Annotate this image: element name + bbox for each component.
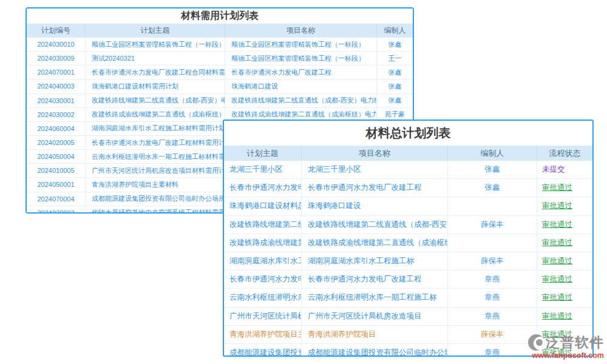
fanpu-logo-icon (528, 334, 544, 351)
table-cell: 广州市天河区统计局机房改... (224, 308, 302, 325)
table-cell: 2024010005 (27, 164, 86, 177)
table-header-row: 计划编号计划主题项目名称编制人 (27, 24, 413, 38)
table-cell: 成都能源建设集团投资有限公司临时办公场所装修改造工程EPC... (86, 192, 225, 206)
column-header: 编制人 (448, 146, 537, 161)
status-link[interactable]: 审批通过 (537, 179, 592, 197)
table-row[interactable]: 珠海鹤港口建设材料总计划珠海鹤港口建设审批通过 (224, 197, 592, 215)
table-cell: 龙湖三千里小区 (224, 161, 302, 178)
table-cell: 2024030010 (27, 38, 86, 51)
table-cell: 华软大厦研究基地中央空调系统工程材料需用计划 (86, 206, 225, 212)
watermark-brand-name: 泛普软件 (546, 335, 604, 349)
table-cell: 长春市伊通河水力发电厂改建工程 (302, 271, 448, 288)
table-cell: 张鑫 (377, 94, 413, 107)
column-header: 项目名称 (302, 146, 448, 161)
table-cell: 改建铁路线增建第二线直通线（成都-西安）电力线路迁改工程 (225, 94, 377, 107)
table-cell: 长春市伊通河水力发电厂改建工程 (302, 179, 448, 197)
table-cell: 2024030003 (27, 206, 86, 212)
table-cell: 广州市天河区统计局机房改造项目 (302, 308, 448, 325)
table-cell: 顺德工业园区档案管理精装饰工程（一标段）材料预算情况 (86, 38, 225, 51)
status-link[interactable]: 审批通过 (537, 271, 592, 288)
table-row[interactable]: 湖南洞庭湖水库引水工程施...湖南洞庭湖水库引水工程施工标薛保丰审批通过 (224, 252, 592, 271)
table-cell: 改建铁路成渝线增建第二直通线（成渝枢纽... (302, 234, 448, 252)
table-cell: 薛保丰 (448, 216, 537, 234)
material-total-plan-table: 材料总计划列表 计划主题项目名称编制人流程状态 龙湖三千里小区龙湖三千里小区张鑫… (223, 120, 594, 357)
status-link[interactable]: 审批通过 (537, 197, 592, 215)
status-link[interactable]: 审批通过 (537, 234, 592, 252)
table-cell: 2024060004 (27, 122, 86, 135)
table-cell: 王一 (377, 52, 413, 65)
table-row[interactable]: 2024030010顺德工业园区档案管理精装饰工程（一标段）材料预算情况顺德工业… (27, 38, 413, 52)
table-title: 材料总计划列表 (224, 121, 592, 146)
table-cell: 长春市伊通河水力发电厂改建工程合同材料需用计划二阶段 (86, 66, 225, 79)
table-cell: 2024070004 (27, 192, 86, 206)
table-cell: 广州市天河区统计局机房改造项目材料需用计划 (86, 164, 225, 177)
table-cell: 青海洪湖养护院项目主要材料 (224, 326, 302, 343)
table-cell: 云南水利枢纽潜明水库一期工程施工标材料需用计划 (86, 150, 225, 163)
column-header: 计划主题 (224, 146, 302, 161)
table-cell: 改建铁路线增建第二线直通线（成都-西安）电力线路迁改工程... (86, 94, 225, 107)
table-cell: 长春市伊通河水力发电厂改... (224, 271, 302, 288)
table-cell: 青海洪湖养护院项目主要材料 (86, 178, 225, 191)
table-row[interactable]: 长春市伊通河水力发电厂改...长春市伊通河水力发电厂改建工程章燕审批通过 (224, 271, 592, 289)
table-cell: 2024030002 (27, 108, 86, 121)
table-cell: 改建铁路线增建第二线直通... (224, 216, 302, 234)
table-cell: 张鑫 (448, 179, 537, 197)
table-cell: 薛保丰 (448, 252, 537, 270)
status-link[interactable]: 审批通过 (537, 216, 592, 234)
table-cell: 珠海鹤港口建设 (302, 197, 448, 215)
table-cell: 章燕 (448, 271, 537, 288)
table-cell: 2024030009 (27, 52, 86, 65)
table-cell: 2024050004 (27, 150, 86, 163)
status-link[interactable]: 审批通过 (537, 289, 592, 306)
table-row[interactable]: 长春市伊通河水力发电厂改...长春市伊通河水力发电厂改建工程张鑫审批通过 (224, 179, 592, 197)
table-cell: 2024050001 (27, 178, 86, 191)
table-cell: 顺德工业园区档案管理精装饰工程（一标段） (225, 52, 377, 65)
table-cell: 张鑫 (377, 38, 413, 51)
table-cell: 改建铁路成渝线增建第二直... (224, 234, 302, 252)
status-link[interactable]: 审批通过 (537, 308, 592, 325)
column-header: 编制人 (377, 24, 413, 38)
table-cell: 成都能源建设集团投资有限... (224, 344, 302, 356)
table-cell: 成都能源建设集团投资有限公司临时办公场... (302, 344, 448, 356)
table-cell: 测试20240321 (86, 52, 225, 65)
table-title: 材料需用计划列表 (27, 8, 413, 24)
table-row[interactable]: 2024070001长春市伊通河水力发电厂改建工程合同材料需用计划二阶段长春市伊… (27, 66, 413, 79)
table-row[interactable]: 改建铁路成渝线增建第二直...改建铁路成渝线增建第二直通线（成渝枢纽...审批通… (224, 234, 592, 252)
status-link[interactable]: 审批通过 (537, 252, 592, 270)
table-cell: 云南水利枢纽潜明水库一期工程施工标 (302, 289, 448, 306)
table-cell: 珠海鹤港口建设 (225, 79, 377, 93)
table-body: 龙湖三千里小区龙湖三千里小区张鑫未提交长春市伊通河水力发电厂改...长春市伊通河… (224, 161, 592, 356)
table-cell: 张鑫 (377, 79, 413, 93)
table-cell: 青海洪湖养护院项目 (302, 326, 448, 343)
table-row[interactable]: 云南水利枢纽潜明水库一期...云南水利枢纽潜明水库一期工程施工标章燕审批通过 (224, 289, 592, 307)
vendor-watermark: 泛普软件 www.fanpusoft.com (522, 334, 604, 360)
table-row[interactable]: 广州市天河区统计局机房改...广州市天河区统计局机房改造项目章燕审批通过 (224, 308, 592, 326)
status-link[interactable]: 未提交 (537, 161, 592, 178)
table-row[interactable]: 2024040003珠海鹤港口建设材料需用计划珠海鹤港口建设张鑫 (27, 79, 413, 93)
table-cell: 龙湖三千里小区 (302, 161, 448, 178)
table-cell: 2024030001 (27, 94, 86, 107)
table-row[interactable]: 改建铁路线增建第二线直通...改建铁路线增建第二线直通线（成都-西安）...薛保… (224, 216, 592, 234)
table-cell: 珠海鹤港口建设材料需用计划 (86, 79, 225, 93)
column-header: 计划编号 (27, 24, 86, 38)
table-cell: 章燕 (448, 289, 537, 306)
column-header: 流程状态 (537, 146, 592, 161)
table-cell: 顺德工业园区档案管理精装饰工程（一标段） (225, 38, 377, 51)
table-cell: 云南水利枢纽潜明水库一期... (224, 289, 302, 306)
table-row[interactable]: 龙湖三千里小区龙湖三千里小区张鑫未提交 (224, 161, 592, 179)
table-cell: 改建铁路成渝线增建第二直通线（成渝枢纽）电力线路迁改工程... (86, 108, 225, 121)
column-header: 项目名称 (225, 24, 377, 38)
table-row[interactable]: 2024030001改建铁路线增建第二线直通线（成都-西安）电力线路迁改工程..… (27, 94, 413, 108)
table-cell: 长春市伊通河水力发电厂改建工程材料需用计划 (86, 136, 225, 149)
table-cell: 张鑫 (448, 161, 537, 178)
table-cell: 章燕 (448, 308, 537, 325)
table-cell: 珠海鹤港口建设材料总计划 (224, 197, 302, 215)
column-header: 计划主题 (86, 24, 225, 38)
table-cell: 湖南洞庭湖水库引水工程施... (224, 252, 302, 270)
table-cell: 2024070001 (27, 66, 86, 79)
table-cell: 张鑫 (377, 66, 413, 79)
table-cell (448, 234, 537, 252)
table-cell: 湖南洞庭湖水库引水工程施工标 (302, 252, 448, 270)
table-row[interactable]: 2024030009测试20240321顺德工业园区档案管理精装饰工程（一标段）… (27, 52, 413, 66)
table-cell: 长春市伊通河水力发电厂改建工程 (225, 66, 377, 79)
